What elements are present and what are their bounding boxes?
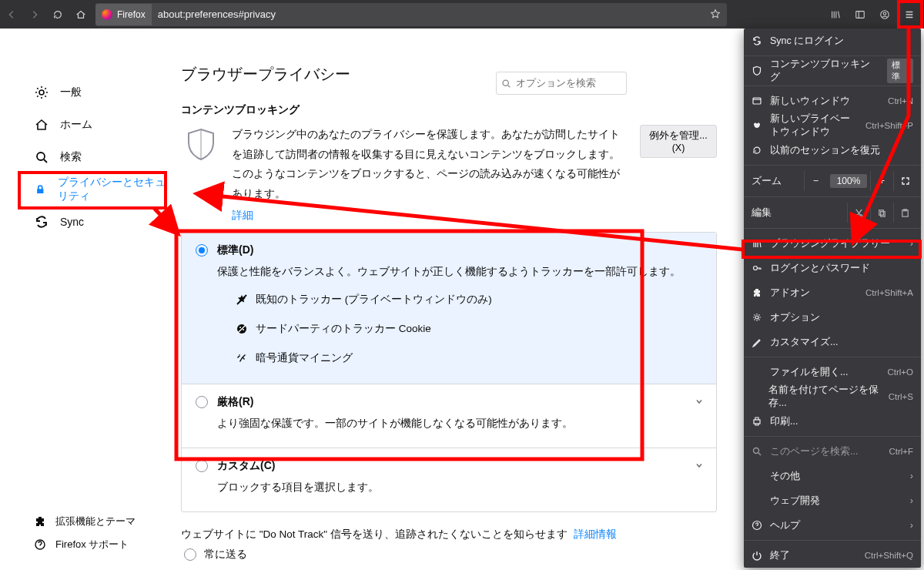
standard-card[interactable]: 標準(D) 保護と性能をバランスよく。ウェブサイトが正しく機能するようトラッカー… [182,233,716,384]
paste-button[interactable] [893,203,916,223]
standard-title: 標準(D) [217,243,253,257]
home-button[interactable] [69,3,92,26]
category-list: 一般 ホーム 検索 プライバシーとセキュリティ Sync [0,28,173,570]
standard-radio[interactable] [196,244,208,256]
menu-library[interactable]: ブラウジングライブラリー› [744,231,921,256]
dnt-text: ウェブサイトに "Do Not Track" 信号を送り、追跡されたくないことを… [181,528,567,542]
main-content: ブラウザープライバシー コンテンツブロッキング ブラウジング中のあなたのプライバ… [173,28,743,570]
strict-chevron-icon [695,397,704,408]
chevron-right-icon: › [910,238,913,249]
svg-point-3 [39,90,44,95]
back-button[interactable] [0,3,23,26]
strict-radio[interactable] [196,396,208,408]
svg-point-6 [503,80,508,86]
preferences-search-input[interactable]: オプションを検索 [496,72,627,95]
svg-point-2 [883,12,886,15]
manage-exceptions-button[interactable]: 例外を管理...(X) [640,125,717,158]
menu-zoom-row: ズーム − 100% + [744,168,921,194]
content-blocking-heading: コンテンツブロッキング [181,103,717,117]
extensions-themes-link[interactable]: 拡張機能とテーマ [0,510,173,533]
standard-item-trackers: 既知のトラッカー (プライベートウィンドウのみ) [236,285,702,314]
site-identity[interactable]: Firefox [95,4,152,25]
menu-logins[interactable]: ログインとパスワード [744,256,921,280]
copy-button[interactable] [870,203,893,223]
svg-point-18 [755,316,758,319]
dnt-always-radio[interactable] [184,548,196,561]
custom-chevron-icon [695,461,704,472]
bottom-links: 拡張機能とテーマ Firefox サポート [0,510,173,556]
category-home[interactable]: ホーム [0,109,173,141]
custom-subtitle: ブロックする項目を選択します。 [217,481,702,495]
custom-title: カスタム(C) [217,459,275,473]
menu-more[interactable]: その他› [744,464,921,488]
category-general[interactable]: 一般 [0,76,173,109]
menu-sync[interactable]: Sync にログイン [744,28,921,53]
firefox-support-link[interactable]: Firefox サポート [0,533,173,556]
shield-icon [181,125,221,165]
svg-rect-14 [881,211,886,216]
url-text: about:preferences#privacy [158,8,276,20]
svg-point-9 [243,329,244,330]
custom-radio[interactable] [196,460,208,472]
menu-new-window[interactable]: 新しいウィンドウCtrl+N [744,89,921,113]
menu-edit-row: 編集 [744,200,921,226]
svg-rect-0 [856,11,865,18]
identity-label: Firefox [117,9,146,20]
menu-find[interactable]: このページを検索...Ctrl+F [744,439,921,464]
content-blocking-description: ブラウジング中のあなたのプライバシーを保護します。あなたが訪問したサイトを追跡し… [232,125,629,204]
dnt-always-label: 常に送る [204,548,247,562]
svg-rect-19 [754,420,760,424]
cut-button[interactable] [847,203,870,223]
category-search[interactable]: 検索 [0,141,173,173]
standard-subtitle: 保護と性能をバランスよく。ウェブサイトが正しく機能するようトラッカーを一部許可し… [217,265,702,279]
page-title: ブラウザープライバシー [181,64,717,85]
fullscreen-button[interactable] [893,171,916,191]
account-toolbar-button[interactable] [873,3,896,26]
svg-point-20 [754,448,759,454]
reload-button[interactable] [46,3,69,26]
search-placeholder: オプションを検索 [516,76,596,90]
forward-button[interactable] [23,3,46,26]
standard-item-cookies: サードパーティのトラッカー Cookie [236,314,702,344]
dnt-more-link[interactable]: 詳細情報 [574,528,617,542]
menu-webdeveloper[interactable]: ウェブ開発› [744,488,921,513]
firefox-logo-icon [102,9,112,20]
svg-point-8 [239,327,241,328]
svg-rect-13 [879,210,884,215]
menu-addons[interactable]: アドオンCtrl+Shift+A [744,280,921,305]
menu-content-blocking[interactable]: コンテンツブロッキング標準 [744,59,921,83]
svg-rect-10 [753,98,761,104]
menu-help[interactable]: ヘルプ› [744,513,921,538]
strict-title: 厳格(R) [217,395,253,409]
menu-quit[interactable]: 終了Ctrl+Shift+Q [744,543,921,568]
zoom-in-button[interactable]: + [870,171,893,191]
custom-card[interactable]: カスタム(C) ブロックする項目を選択します。 [182,448,716,511]
category-privacy[interactable]: プライバシーとセキュリティ [0,173,173,206]
browser-toolbar: Firefox about:preferences#privacy [0,0,924,28]
menu-open-file[interactable]: ファイルを開く...Ctrl+O [744,360,921,384]
zoom-out-button[interactable]: − [804,171,827,191]
menu-options[interactable]: オプション [744,305,921,330]
menu-customize[interactable]: カスタマイズ... [744,330,921,354]
standard-item-cryptominers: 暗号通貨マイニング [236,344,702,373]
cb-level-badge: 標準 [887,59,913,83]
detail-link[interactable]: 詳細 [232,210,253,221]
sidebar-toolbar-button[interactable] [849,3,872,26]
url-bar[interactable]: Firefox about:preferences#privacy [95,3,727,26]
strict-subtitle: より強固な保護です。一部のサイトが機能しなくなる可能性があります。 [217,417,702,431]
zoom-percent: 100% [830,174,867,188]
strict-card[interactable]: 厳格(R) より強固な保護です。一部のサイトが機能しなくなる可能性があります。 [182,384,716,448]
svg-point-17 [754,267,758,270]
search-icon [501,79,511,89]
bookmark-star-icon[interactable] [710,8,721,22]
menu-restore-session[interactable]: 以前のセッションを復元 [744,138,921,163]
menu-print[interactable]: 印刷... [744,409,921,434]
menu-save-as[interactable]: 名前を付けてページを保存...Ctrl+S [744,384,921,409]
menu-new-private-window[interactable]: 新しいプライベートウィンドウCtrl+Shift+P [744,113,921,138]
hamburger-menu-button[interactable] [898,3,921,26]
svg-point-4 [37,153,45,160]
blocking-level-cards: 標準(D) 保護と性能をバランスよく。ウェブサイトが正しく機能するようトラッカー… [181,232,717,512]
library-toolbar-button[interactable] [824,3,847,26]
hamburger-menu-panel: Sync にログイン コンテンツブロッキング標準 新しいウィンドウCtrl+N … [744,28,921,568]
category-sync[interactable]: Sync [0,206,173,238]
